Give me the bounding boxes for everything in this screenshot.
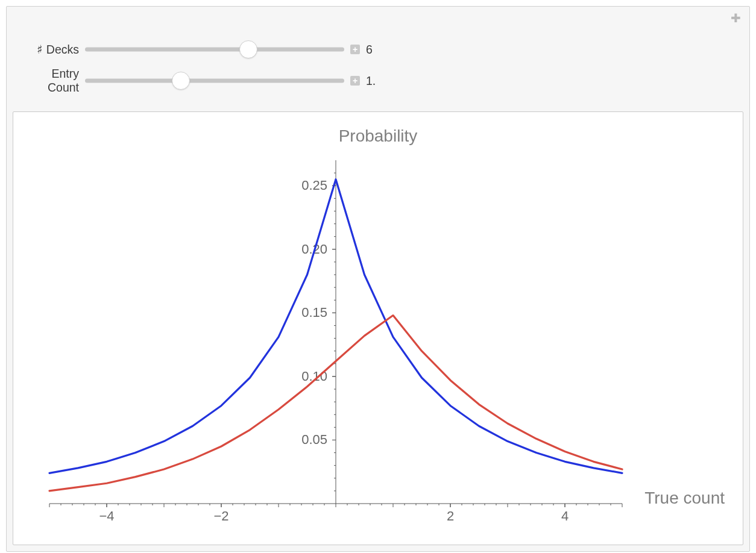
entry-slider[interactable] bbox=[85, 73, 344, 89]
entry-control: Entry Count + 1. bbox=[19, 70, 737, 91]
x-axis-label: True count bbox=[644, 489, 725, 508]
decks-label: ♯ Decks bbox=[19, 43, 85, 57]
chart-svg: 0.050.100.150.200.25−4−224 bbox=[13, 112, 744, 546]
chart-frame: Probability 0.050.100.150.200.25−4−224 T… bbox=[13, 111, 743, 545]
svg-text:0.05: 0.05 bbox=[301, 432, 327, 447]
manipulate-panel: ✚ ♯ Decks + 6 Entry Count + 1. Probabili… bbox=[6, 6, 750, 552]
expand-icon[interactable]: ✚ bbox=[730, 13, 741, 23]
svg-text:−2: −2 bbox=[213, 508, 228, 523]
decks-value: 6 bbox=[366, 43, 373, 57]
entry-label: Entry Count bbox=[19, 67, 85, 95]
entry-expand-icon[interactable]: + bbox=[350, 76, 360, 86]
svg-text:0.15: 0.15 bbox=[301, 305, 327, 320]
slider-thumb[interactable] bbox=[239, 40, 257, 58]
slider-thumb[interactable] bbox=[172, 72, 190, 90]
svg-text:0.25: 0.25 bbox=[301, 178, 327, 193]
svg-text:2: 2 bbox=[447, 508, 454, 523]
controls-area: ♯ Decks + 6 Entry Count + 1. bbox=[13, 15, 743, 111]
svg-text:−4: −4 bbox=[99, 508, 114, 523]
decks-control: ♯ Decks + 6 bbox=[19, 39, 737, 60]
slider-track bbox=[85, 48, 344, 52]
entry-value: 1. bbox=[366, 74, 376, 88]
decks-expand-icon[interactable]: + bbox=[350, 45, 360, 54]
svg-text:4: 4 bbox=[561, 508, 569, 523]
decks-slider[interactable] bbox=[85, 42, 344, 57]
slider-track bbox=[85, 79, 344, 83]
